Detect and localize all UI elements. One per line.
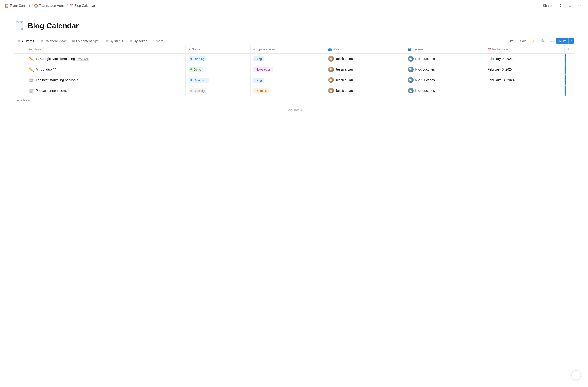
star-icon: ☆	[568, 3, 571, 8]
add-new-row-button[interactable]: + + New	[14, 96, 574, 105]
filter-label: Filter	[507, 39, 514, 43]
history-button[interactable]: ⏱	[556, 2, 564, 9]
writer-name: Jessica Lau	[336, 67, 353, 71]
add-column-icon[interactable]: +	[567, 47, 570, 51]
cell-writer[interactable]: JL Jessica Lau	[325, 86, 405, 96]
cell-right-indicator	[564, 75, 574, 86]
more-tab-label: 1 more...	[153, 39, 166, 43]
history-icon: ⏱	[558, 3, 562, 8]
cell-right-indicator	[564, 64, 574, 75]
cell-type[interactable]: Blog	[250, 54, 325, 64]
cell-reviewer[interactable]: NL Nick Lucchesi	[405, 54, 485, 64]
cell-type[interactable]: Podcast	[250, 86, 325, 96]
publish-date-value: February 14, 2024	[488, 78, 515, 82]
row-add-icon[interactable]: +	[16, 89, 18, 92]
status-label: Reviewi...	[194, 78, 207, 82]
cell-status[interactable]: Done	[186, 64, 251, 75]
tab-calendar-view[interactable]: ⊞ Calendar view	[37, 37, 69, 45]
tab-by-content-type[interactable]: ⊞ By content type	[69, 37, 102, 45]
teamspace-icon: 🏠	[34, 4, 38, 8]
lightning-icon: ⚡	[531, 39, 535, 43]
row-drag-icon[interactable]: ⠿	[19, 67, 21, 71]
sort-label: Sort	[520, 39, 526, 43]
new-button-label: New	[556, 38, 568, 44]
team-content-icon: 📋	[5, 4, 9, 8]
status-dot	[190, 68, 192, 70]
row-add-icon[interactable]: +	[16, 78, 18, 82]
reviewer-cell: NL Nick Lucchesi	[408, 88, 436, 93]
share-button[interactable]: Share	[541, 3, 554, 8]
col-status-label: Status	[192, 48, 200, 51]
table-row[interactable]: + ⠿ 📰 Podcast announcement Backlog Podca…	[14, 86, 574, 96]
calculate-button[interactable]: Calculate ▾	[14, 105, 574, 116]
cell-publish-date[interactable]: February 9, 2024	[485, 54, 564, 64]
cell-writer[interactable]: JL Jessica Lau	[325, 54, 405, 64]
cell-reviewer[interactable]: NL Nick Lucchesi	[405, 64, 485, 75]
breadcrumb: 📋 Team Content / 🏠 Teamspace Home / 📅 Bl…	[5, 4, 95, 8]
cell-status[interactable]: Drafting	[186, 54, 251, 64]
breadcrumb-blog-calendar[interactable]: 📅 Blog Calendar	[69, 4, 95, 8]
sort-button[interactable]: Sort	[518, 38, 528, 44]
table-row[interactable]: + ⠿ 📰 The best marketing podcasts Review…	[14, 75, 574, 86]
table-row[interactable]: + ⠿ ✏️ 10 Google Docs formatting ⧉ OPEN …	[14, 54, 574, 64]
row-name-icon: 📰	[29, 78, 34, 82]
cell-right-indicator	[564, 54, 574, 64]
cell-type[interactable]: Newsletter	[250, 64, 325, 75]
filter-button[interactable]: Filter	[505, 38, 517, 44]
row-add-icon[interactable]: +	[16, 67, 18, 71]
col-add[interactable]: +	[564, 45, 574, 54]
table-row[interactable]: + ⠿ ✏️ AI roundup #4 Done Newsletter JL …	[14, 64, 574, 75]
tab-all-items[interactable]: ⊞ All items	[14, 37, 37, 45]
content-type-tag: Podcast	[253, 88, 269, 93]
cell-publish-date[interactable]: February 6, 2024	[485, 64, 564, 75]
row-add-icon[interactable]: +	[16, 57, 18, 61]
tab-more[interactable]: 1 more...	[150, 37, 169, 45]
writer-cell: JL Jessica Lau	[328, 66, 353, 72]
row-controls: + ⠿	[14, 64, 26, 75]
tab-by-status[interactable]: ⊞ By status	[102, 37, 126, 45]
table-header-row: Aa Name ✦ Status ≡ Type of content	[14, 45, 574, 54]
col-type-label: Type of content	[256, 48, 276, 51]
star-button[interactable]: ☆	[566, 2, 573, 9]
cell-writer[interactable]: JL Jessica Lau	[325, 64, 405, 75]
cell-type[interactable]: Blog	[250, 75, 325, 86]
col-status: ✦ Status	[186, 45, 251, 54]
search-icon: 🔍	[541, 39, 545, 43]
cell-right-indicator	[564, 86, 574, 96]
cell-name[interactable]: 📰 The best marketing podcasts	[26, 75, 186, 86]
row-drag-icon[interactable]: ⠿	[19, 89, 21, 92]
cell-reviewer[interactable]: NL Nick Lucchesi	[405, 86, 485, 96]
search-button[interactable]: 🔍	[538, 38, 547, 44]
more-button[interactable]: ···	[576, 2, 583, 9]
row-drag-icon[interactable]: ⠿	[19, 57, 21, 61]
publish-date-value: February 9, 2024	[488, 57, 513, 61]
cell-reviewer[interactable]: NL Nick Lucchesi	[405, 75, 485, 86]
breadcrumb-team-content[interactable]: 📋 Team Content	[5, 4, 30, 8]
cell-writer[interactable]: JL Jessica Lau	[325, 75, 405, 86]
tab-by-writer[interactable]: ⊞ By writer	[126, 37, 150, 45]
cell-publish-date[interactable]: February 14, 2024	[485, 75, 564, 86]
status-badge: Reviewi...	[189, 78, 209, 83]
col-publish-date-label: Publish date	[492, 48, 508, 51]
new-button[interactable]: New ▾	[556, 38, 574, 44]
breadcrumb-teamspace[interactable]: 🏠 Teamspace Home	[34, 4, 66, 8]
team-content-label: Team Content	[10, 4, 30, 8]
col-writer-icon: 👥	[328, 48, 332, 51]
cell-name[interactable]: ✏️ AI roundup #4	[26, 64, 186, 75]
cell-publish-date[interactable]	[485, 86, 564, 96]
cell-status[interactable]: Reviewi...	[186, 75, 251, 86]
options-button[interactable]: ···	[548, 38, 555, 44]
cell-status[interactable]: Backlog	[186, 86, 251, 96]
col-publish-date: 📅 Publish date	[485, 45, 564, 54]
new-button-chevron[interactable]: ▾	[568, 38, 574, 44]
cell-name[interactable]: 📰 Podcast announcement	[26, 86, 186, 96]
row-drag-icon[interactable]: ⠿	[19, 78, 21, 82]
col-status-icon: ✦	[189, 48, 191, 51]
col-name: Aa Name	[26, 45, 186, 54]
cell-name[interactable]: ✏️ 10 Google Docs formatting ⧉ OPEN	[26, 54, 186, 64]
lightning-button[interactable]: ⚡	[529, 38, 538, 44]
col-type-icon: ≡	[253, 48, 255, 51]
col-row-controls	[14, 45, 26, 54]
right-indicator	[565, 54, 566, 64]
right-indicator	[565, 64, 566, 75]
